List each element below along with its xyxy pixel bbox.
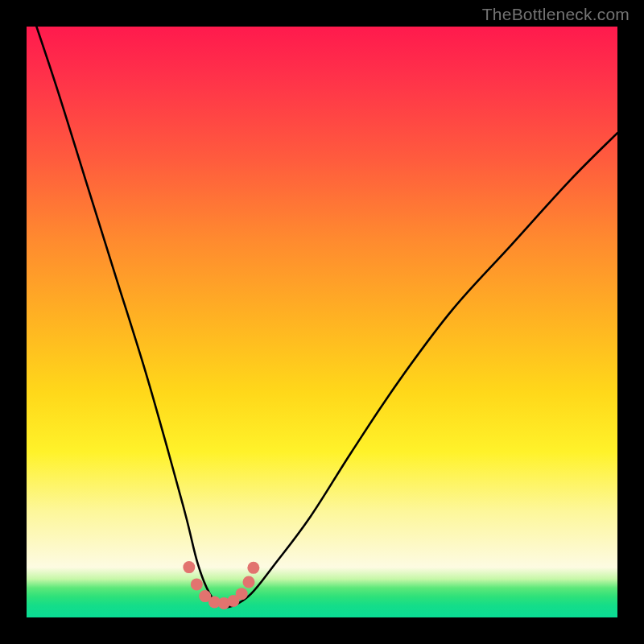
marker-dots: [183, 561, 259, 609]
plot-area: [27, 27, 617, 617]
bottleneck-curve: [27, 27, 617, 607]
marker-dot: [247, 562, 259, 574]
chart-frame: TheBottleneck.com: [0, 0, 644, 644]
watermark-text: TheBottleneck.com: [482, 5, 630, 24]
marker-dot: [183, 561, 195, 573]
marker-dot: [191, 578, 203, 590]
marker-dot: [242, 576, 254, 588]
marker-dot: [236, 588, 248, 600]
curve-layer: [27, 27, 617, 617]
